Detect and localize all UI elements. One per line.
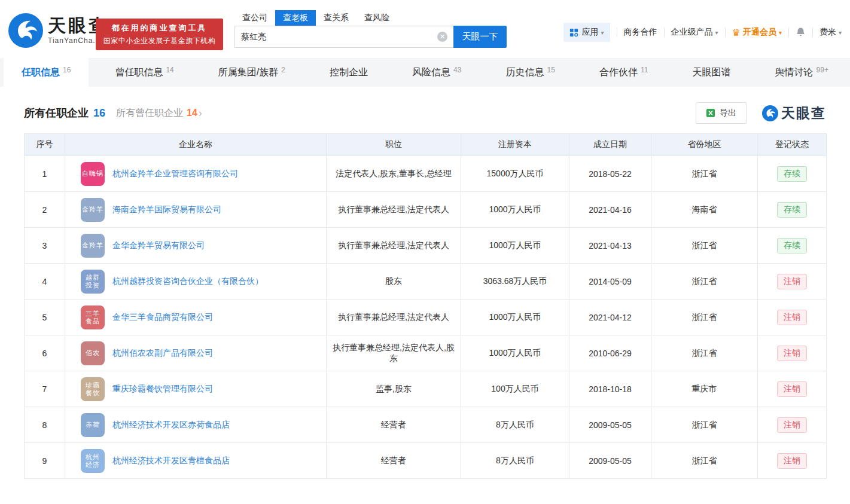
profile-tab[interactable]: 舆情讨论 99+ [757, 58, 846, 87]
search-scope-tab[interactable]: 查公司 [234, 10, 275, 26]
divider [788, 28, 789, 37]
row-index: 7 [25, 371, 65, 407]
search-scope-tab[interactable]: 查风险 [357, 10, 397, 26]
notification-bell-icon [796, 27, 806, 38]
table-row: 9 杭州经济 杭州经济技术开发区青檀食品店 经营者 8万人民币 2009-05-… [25, 443, 827, 479]
table-row: 3 金羚羊 金华金羚羊贸易有限公司 执行董事兼总经理,法定代表人 1000万人民… [25, 228, 827, 264]
status-badge: 注销 [777, 417, 807, 433]
former-positions-link[interactable]: 所有曾任职企业 14 › [116, 107, 202, 120]
company-name-link[interactable]: 杭州经济技术开发区青檀食品店 [112, 456, 230, 466]
position-cell: 监事,股东 [327, 371, 461, 407]
tianyancha-logo-icon [8, 13, 43, 48]
section-title: 所有任职企业 [24, 106, 89, 120]
table-row: 8 赤荷 杭州经济技术开发区赤荷食品店 经营者 8万人民币 2009-05-05… [25, 407, 827, 443]
apps-grid-icon [569, 28, 578, 37]
registered-capital-cell: 15000万人民币 [461, 156, 569, 192]
registered-capital-cell: 1000万人民币 [461, 192, 569, 228]
company-name-link[interactable]: 杭州越群投资咨询合伙企业（有限合伙） [112, 276, 263, 287]
caret-down-icon: ▾ [601, 29, 604, 36]
divider [812, 28, 813, 37]
row-index: 2 [25, 192, 65, 228]
row-index: 9 [25, 443, 65, 479]
column-header: 登记状态 [758, 134, 827, 156]
profile-tab[interactable]: 历史信息 15 [488, 58, 573, 87]
status-badge: 存续 [777, 202, 807, 218]
profile-tab[interactable]: 风险信息 43 [394, 58, 479, 87]
table-row: 1 自嗨锅 杭州金羚羊企业管理咨询有限公司 法定代表人,股东,董事长,总经理 1… [25, 156, 827, 192]
profile-tab-count: 99+ [817, 66, 828, 74]
row-index: 1 [25, 156, 65, 192]
table-row: 6 佰农 杭州佰农农副产品有限公司 执行董事兼总经理,法定代表人,股东 1000… [25, 335, 827, 371]
divider [617, 28, 617, 37]
search-button[interactable]: 天眼一下 [453, 26, 507, 48]
establish-date-cell: 2021-04-16 [569, 192, 651, 228]
position-cell: 执行董事兼总经理,法定代表人 [327, 228, 461, 264]
position-cell: 执行董事兼总经理,法定代表人 [327, 300, 461, 335]
user-account-menu[interactable]: 费米 ▾ [819, 27, 842, 38]
row-index: 3 [25, 228, 65, 264]
profile-tab-count: 16 [63, 66, 71, 74]
biz-cooperation-link[interactable]: 商务合作 [624, 27, 657, 38]
company-name-link[interactable]: 杭州佰农农副产品有限公司 [112, 348, 213, 359]
former-positions-count: 14 [187, 108, 197, 118]
company-logo: 佰农 [81, 341, 105, 365]
caret-down-icon: ▾ [779, 29, 782, 36]
company-name-link[interactable]: 金华三羊食品商贸有限公司 [112, 312, 213, 323]
profile-tab-count: 11 [641, 66, 648, 74]
status-badge: 存续 [777, 238, 807, 253]
profile-tab[interactable]: 任职信息 16 [4, 58, 89, 87]
region-cell: 浙江省 [651, 300, 758, 335]
apps-menu-button[interactable]: 应用 ▾ [563, 23, 610, 42]
status-badge: 注销 [777, 274, 807, 289]
search-scope-tab[interactable]: 查老板 [275, 10, 316, 26]
profile-tab-label: 天眼图谱 [692, 66, 730, 79]
company-logo: 赤荷 [81, 413, 105, 437]
notification-bell-button[interactable] [796, 27, 806, 38]
establish-date-cell: 2021-04-13 [569, 228, 651, 264]
company-logo: 金羚羊 [81, 198, 105, 222]
region-cell: 浙江省 [651, 156, 758, 192]
profile-tab[interactable]: 曾任职信息 14 [97, 58, 191, 87]
search-scope-tab[interactable]: 查关系 [316, 10, 357, 26]
region-cell: 浙江省 [651, 228, 758, 264]
enterprise-products-menu[interactable]: 企业级产品 ▾ [671, 27, 718, 38]
header-nav: 应用 ▾ 商务合作 企业级产品 ▾ ♛ 开通会员 ▾ 费米 ▾ [563, 23, 842, 42]
clear-input-icon[interactable]: ✕ [437, 32, 447, 42]
company-logo: 自嗨锅 [81, 162, 105, 186]
company-name-link[interactable]: 重庆珍霸餐饮管理有限公司 [112, 384, 213, 395]
profile-tab-label: 历史信息 [506, 66, 544, 79]
profile-tab[interactable]: 控制企业 [312, 58, 386, 87]
company-name-link[interactable]: 杭州经济技术开发区赤荷食品店 [112, 420, 230, 430]
column-header: 注册资本 [461, 134, 569, 156]
open-vip-menu[interactable]: ♛ 开通会员 ▾ [732, 27, 782, 38]
search-tabs: 查公司查老板查关系查风险 [234, 10, 507, 26]
search-input[interactable] [234, 26, 453, 48]
company-name-link[interactable]: 金华金羚羊贸易有限公司 [112, 240, 205, 251]
row-index: 8 [25, 407, 65, 443]
apps-label: 应用 [582, 27, 599, 38]
company-name-link[interactable]: 杭州金羚羊企业管理咨询有限公司 [112, 169, 238, 179]
table-header-row: 序号企业名称职位注册资本成立日期省份地区登记状态 [25, 134, 827, 156]
establish-date-cell: 2010-06-29 [569, 335, 651, 371]
profile-tab[interactable]: 天眼图谱 [674, 58, 748, 87]
excel-icon [706, 108, 715, 118]
caret-down-icon: ▾ [715, 29, 718, 36]
registered-capital-cell: 1000万人民币 [461, 300, 569, 335]
table-row: 5 三羊食品 金华三羊食品商贸有限公司 执行董事兼总经理,法定代表人 1000万… [25, 300, 827, 335]
region-cell: 浙江省 [651, 407, 758, 443]
profile-tab[interactable]: 合作伙伴 11 [581, 58, 666, 87]
column-header: 职位 [327, 134, 461, 156]
export-button[interactable]: 导出 [696, 102, 747, 124]
establish-date-cell: 2009-05-05 [569, 443, 651, 479]
company-name-link[interactable]: 海南金羚羊国际贸易有限公司 [112, 204, 221, 215]
chevron-right-icon: › [199, 107, 202, 120]
profile-tab-label: 控制企业 [330, 66, 368, 79]
position-cell: 法定代表人,股东,董事长,总经理 [327, 156, 461, 192]
profile-tab-count: 43 [453, 66, 461, 74]
watermark-brand-name: 天眼查 [781, 104, 826, 123]
username: 费米 [819, 27, 836, 38]
registered-capital-cell: 1000万人民币 [461, 335, 569, 371]
establish-date-cell: 2014-05-09 [569, 264, 651, 300]
registered-capital-cell: 1000万人民币 [461, 228, 569, 264]
profile-tab[interactable]: 所属集团/族群 2 [200, 58, 303, 87]
